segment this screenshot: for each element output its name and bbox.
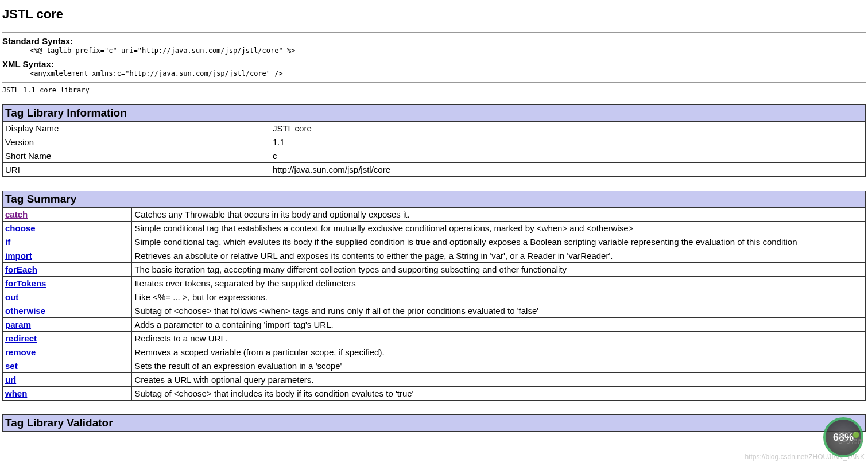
info-value: c: [270, 149, 865, 162]
info-value: JSTL core: [270, 121, 865, 135]
info-value: 1.1: [270, 135, 865, 149]
info-row: Short Namec: [3, 149, 866, 162]
library-description: JSTL 1.1 core library: [2, 86, 866, 94]
tag-name-cell: forEach: [3, 262, 132, 276]
tag-link-url[interactable]: url: [5, 375, 16, 385]
tag-desc: Catches any Throwable that occurs in its…: [132, 207, 866, 221]
tag-name-cell: redirect: [3, 331, 132, 345]
tag-desc: Sets the result of an expression evaluat…: [132, 359, 866, 372]
tag-link-when[interactable]: when: [5, 389, 27, 398]
summary-header: Tag Summary: [3, 191, 866, 207]
summary-row: otherwiseSubtag of <choose> that follows…: [3, 304, 866, 317]
tag-name-cell: choose: [3, 221, 132, 235]
standard-syntax-code: <%@ taglib prefix="c" uri="http://java.s…: [30, 46, 866, 56]
tag-desc: Retrieves an absolute or relative URL an…: [132, 249, 866, 262]
tag-library-info-table: Tag Library Information Display NameJSTL…: [2, 104, 866, 177]
summary-row: removeRemoves a scoped variable (from a …: [3, 345, 866, 359]
page-title: JSTL core: [2, 7, 866, 22]
info-key: URI: [3, 162, 270, 176]
info-key: Version: [3, 135, 270, 149]
summary-row: catchCatches any Throwable that occurs i…: [3, 207, 866, 221]
xml-syntax-code: <anyxmlelement xmlns:c="http://java.sun.…: [30, 69, 866, 79]
tag-link-otherwise[interactable]: otherwise: [5, 306, 45, 316]
info-row: Version1.1: [3, 135, 866, 149]
tag-name-cell: forTokens: [3, 276, 132, 290]
summary-row: outLike <%= ... >, but for expressions.: [3, 290, 866, 304]
tag-link-forTokens[interactable]: forTokens: [5, 278, 46, 288]
tag-name-cell: set: [3, 359, 132, 372]
tag-link-param[interactable]: param: [5, 320, 31, 329]
cpu-widget-side: 28°C 🟢 CPU 温度: [838, 432, 863, 445]
summary-row: urlCreates a URL with optional query par…: [3, 372, 866, 386]
standard-syntax-block: Standard Syntax: <%@ taglib prefix="c" u…: [2, 36, 866, 56]
tag-link-set[interactable]: set: [5, 361, 18, 371]
xml-syntax-block: XML Syntax: <anyxmlelement xmlns:c="http…: [2, 59, 866, 79]
tag-desc: Removes a scoped variable (from a partic…: [132, 345, 866, 359]
summary-row: chooseSimple conditional tag that establ…: [3, 221, 866, 235]
summary-row: importRetrieves an absolute or relative …: [3, 249, 866, 262]
standard-syntax-label: Standard Syntax:: [2, 36, 73, 46]
tag-link-choose[interactable]: choose: [5, 223, 36, 233]
tag-name-cell: remove: [3, 345, 132, 359]
info-header: Tag Library Information: [3, 104, 866, 121]
summary-row: whenSubtag of <choose> that includes its…: [3, 386, 866, 400]
tag-link-import[interactable]: import: [5, 251, 32, 261]
cpu-temp: 28°C: [838, 432, 851, 438]
tag-desc: Subtag of <choose> that follows <when> t…: [132, 304, 866, 317]
tag-name-cell: otherwise: [3, 304, 132, 317]
summary-row: forEachThe basic iteration tag, acceptin…: [3, 262, 866, 276]
cpu-label: CPU 温度: [838, 438, 863, 445]
tag-desc: Creates a URL with optional query parame…: [132, 372, 866, 386]
tag-link-catch[interactable]: catch: [5, 209, 28, 219]
divider: [2, 32, 866, 33]
summary-row: paramAdds a parameter to a containing 'i…: [3, 317, 866, 331]
summary-row: setSets the result of an expression eval…: [3, 359, 866, 372]
info-value: http://java.sun.com/jsp/jstl/core: [270, 162, 865, 176]
divider: [2, 82, 866, 83]
tag-library-validator-table: Tag Library Validator: [2, 414, 866, 432]
tag-link-remove[interactable]: remove: [5, 347, 36, 357]
summary-row: ifSimple conditional tag, which evalutes…: [3, 235, 866, 249]
tag-link-if[interactable]: if: [5, 237, 10, 247]
info-key: Short Name: [3, 149, 270, 162]
summary-row: redirectRedirects to a new URL.: [3, 331, 866, 345]
tag-desc: Subtag of <choose> that includes its bod…: [132, 386, 866, 400]
tag-desc: Simple conditional tag that establishes …: [132, 221, 866, 235]
info-key: Display Name: [3, 121, 270, 135]
tag-name-cell: if: [3, 235, 132, 249]
tag-summary-table: Tag Summary catchCatches any Throwable t…: [2, 191, 866, 401]
tag-link-redirect[interactable]: redirect: [5, 333, 37, 343]
info-row: URIhttp://java.sun.com/jsp/jstl/core: [3, 162, 866, 176]
info-row: Display NameJSTL core: [3, 121, 866, 135]
summary-row: forTokensIterates over tokens, separated…: [3, 276, 866, 290]
tag-desc: Like <%= ... >, but for expressions.: [132, 290, 866, 304]
tag-name-cell: out: [3, 290, 132, 304]
tag-link-out[interactable]: out: [5, 292, 18, 302]
tag-name-cell: import: [3, 249, 132, 262]
xml-syntax-label: XML Syntax:: [2, 59, 54, 69]
tag-desc: The basic iteration tag, accepting many …: [132, 262, 866, 276]
tag-link-forEach[interactable]: forEach: [5, 265, 37, 274]
validator-header: Tag Library Validator: [3, 414, 866, 431]
tag-name-cell: when: [3, 386, 132, 400]
tag-name-cell: catch: [3, 207, 132, 221]
tag-name-cell: param: [3, 317, 132, 331]
tag-desc: Simple conditional tag, which evalutes i…: [132, 235, 866, 249]
tag-desc: Redirects to a new URL.: [132, 331, 866, 345]
tag-desc: Iterates over tokens, separated by the s…: [132, 276, 866, 290]
tag-desc: Adds a parameter to a containing 'import…: [132, 317, 866, 331]
tag-name-cell: url: [3, 372, 132, 386]
